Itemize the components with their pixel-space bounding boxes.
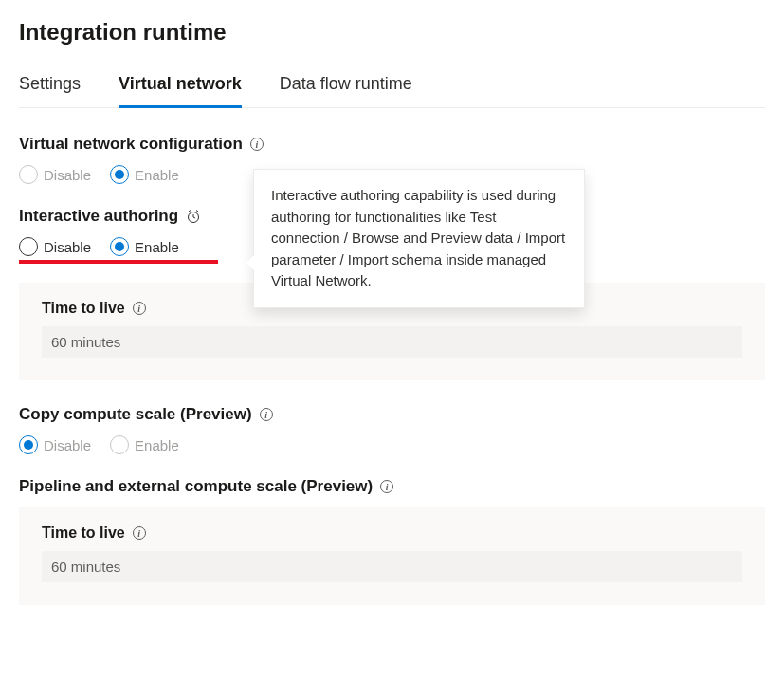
- info-icon[interactable]: i: [133, 526, 146, 540]
- interactive-authoring-disable[interactable]: Disable: [19, 237, 91, 256]
- copy-compute-label: Copy compute scale (Preview) i: [19, 405, 765, 424]
- vnet-config-enable-label: Enable: [135, 167, 179, 183]
- vnet-config-label: Virtual network configuration i: [19, 135, 765, 154]
- copy-compute-label-text: Copy compute scale (Preview): [19, 405, 252, 424]
- page-title: Integration runtime: [19, 19, 765, 46]
- radio-circle-icon: [19, 165, 38, 184]
- tab-virtual-network[interactable]: Virtual network: [119, 74, 242, 108]
- vnet-config-enable[interactable]: Enable: [110, 165, 179, 184]
- pipeline-compute-label: Pipeline and external compute scale (Pre…: [19, 477, 765, 496]
- clock-icon[interactable]: [186, 209, 201, 224]
- tab-data-flow-runtime[interactable]: Data flow runtime: [280, 74, 412, 108]
- copy-compute-enable[interactable]: Enable: [110, 435, 179, 454]
- pipeline-compute-label-text: Pipeline and external compute scale (Pre…: [19, 477, 373, 496]
- ttl1-label-text: Time to live: [42, 300, 125, 317]
- ttl2-label-text: Time to live: [42, 525, 125, 542]
- radio-circle-icon: [110, 435, 129, 454]
- radio-circle-icon: [110, 237, 129, 256]
- vnet-config-label-text: Virtual network configuration: [19, 135, 243, 154]
- radio-circle-icon: [19, 435, 38, 454]
- info-icon[interactable]: i: [133, 302, 146, 315]
- copy-compute-radio-group: Disable Enable: [19, 435, 765, 454]
- interactive-authoring-disable-label: Disable: [44, 239, 91, 255]
- ttl1-input[interactable]: [42, 326, 742, 358]
- vnet-config-disable[interactable]: Disable: [19, 165, 91, 184]
- interactive-authoring-enable-label: Enable: [135, 239, 179, 255]
- highlight-underline: [19, 260, 218, 264]
- ttl2-label: Time to live i: [42, 525, 742, 542]
- interactive-authoring-enable[interactable]: Enable: [110, 237, 179, 256]
- radio-circle-icon: [19, 237, 38, 256]
- interactive-authoring-label-text: Interactive authoring: [19, 207, 178, 226]
- copy-compute-enable-label: Enable: [135, 437, 179, 453]
- vnet-config-disable-label: Disable: [44, 167, 91, 183]
- copy-compute-disable-label: Disable: [44, 437, 91, 453]
- ttl2-input[interactable]: [42, 551, 742, 582]
- copy-compute-disable[interactable]: Disable: [19, 435, 91, 454]
- ttl-panel-2: Time to live i: [19, 507, 765, 605]
- interactive-authoring-tooltip: Interactive authoring capability is used…: [253, 169, 585, 308]
- tab-settings[interactable]: Settings: [19, 74, 81, 108]
- info-icon[interactable]: i: [260, 408, 273, 421]
- info-icon[interactable]: i: [250, 138, 264, 151]
- info-icon[interactable]: i: [380, 480, 393, 493]
- radio-circle-icon: [110, 165, 129, 184]
- tabs: Settings Virtual network Data flow runti…: [19, 74, 765, 108]
